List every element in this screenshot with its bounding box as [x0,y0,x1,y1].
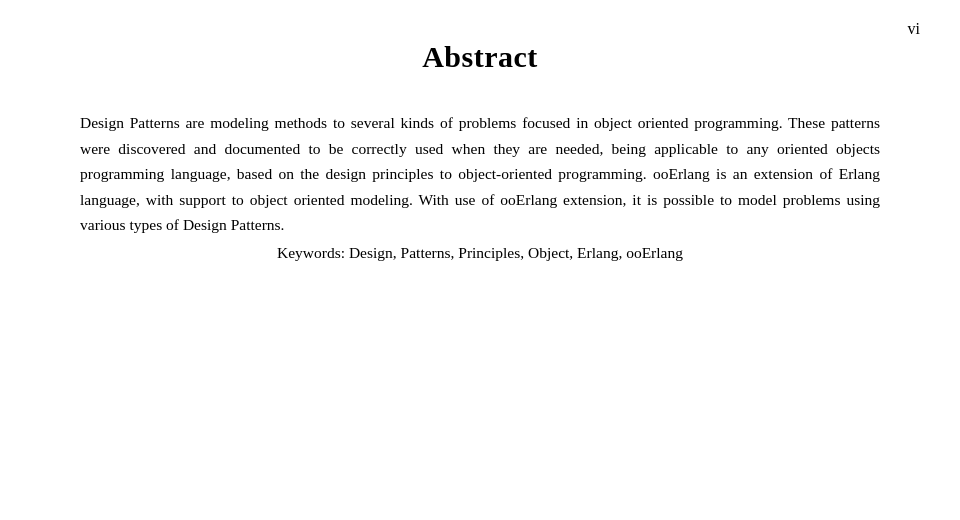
page-number: vi [908,20,920,38]
abstract-body: Design Patterns are modeling methods to … [80,110,880,238]
page-title: Abstract [80,40,880,74]
page: vi Abstract Design Patterns are modeling… [0,0,960,520]
keywords-line: Keywords: Design, Patterns, Principles, … [80,240,880,266]
title-section: Abstract [80,40,880,74]
